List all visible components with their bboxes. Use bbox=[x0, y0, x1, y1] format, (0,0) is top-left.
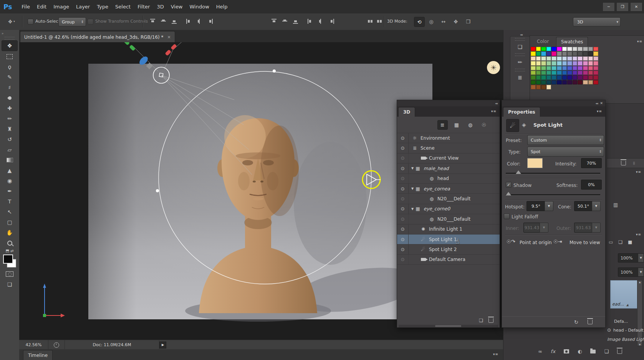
hotspot-stepper[interactable]: ▼ bbox=[545, 201, 553, 211]
swatch[interactable] bbox=[551, 71, 556, 75]
panel-collapse-icon[interactable]: ◂◂ bbox=[495, 102, 497, 105]
lock-pixels-icon[interactable]: ❏ bbox=[618, 239, 622, 245]
auto-select-checkbox[interactable] bbox=[28, 19, 33, 25]
swatch[interactable] bbox=[536, 80, 541, 84]
properties-menu-icon[interactable]: ▾≡ bbox=[597, 109, 602, 113]
swatch[interactable] bbox=[567, 80, 572, 84]
swatch[interactable] bbox=[583, 80, 588, 84]
delete-light-icon[interactable] bbox=[588, 320, 593, 324]
zoom-tool[interactable] bbox=[2, 238, 17, 248]
gradient-tool[interactable] bbox=[2, 155, 17, 165]
swatch[interactable] bbox=[546, 51, 551, 56]
type-dropdown[interactable]: Spot⇕ bbox=[527, 147, 604, 157]
swatch[interactable] bbox=[573, 47, 578, 51]
restore-button[interactable]: ❐ bbox=[616, 2, 629, 12]
swatch[interactable] bbox=[578, 61, 583, 65]
pen-tool[interactable]: ✒ bbox=[2, 186, 17, 196]
dodge-tool[interactable]: ◉ bbox=[2, 176, 17, 186]
3d-panel-hscrollbar[interactable] bbox=[399, 325, 498, 327]
blur-tool[interactable]: ▲ bbox=[2, 165, 17, 175]
menu-window[interactable]: Window bbox=[186, 4, 213, 10]
scale-3d-object-icon[interactable]: ❒ bbox=[463, 17, 473, 26]
eraser-tool[interactable]: ▱ bbox=[2, 145, 17, 155]
eyedropper-tool[interactable] bbox=[2, 93, 17, 103]
swatch[interactable] bbox=[593, 51, 598, 56]
swatch[interactable] bbox=[546, 56, 551, 61]
move-tool[interactable]: ✥ bbox=[2, 40, 18, 51]
align-left-icon[interactable] bbox=[186, 18, 192, 24]
swatch[interactable] bbox=[588, 66, 593, 70]
refresh-icon[interactable]: ↻ bbox=[574, 319, 578, 325]
mini-bridge-icon[interactable] bbox=[48, 340, 65, 350]
fill-dropdown[interactable]: 100%▼ bbox=[618, 268, 644, 277]
swatch[interactable] bbox=[531, 66, 536, 70]
3d-row-scene[interactable]: ⊙≣Scene bbox=[397, 143, 500, 153]
tool-presets-panel-icon[interactable]: ✏ bbox=[514, 57, 526, 67]
point-at-origin-icon[interactable]: ☉↷ bbox=[507, 239, 515, 244]
swatch[interactable] bbox=[583, 56, 588, 61]
swatch[interactable] bbox=[567, 51, 572, 56]
filter-materials-icon[interactable]: ◍ bbox=[465, 121, 475, 129]
swatch[interactable] bbox=[573, 71, 578, 75]
tab-swatches[interactable]: Swatches bbox=[556, 37, 588, 46]
swap-colors-icon[interactable]: ⬒ ⇄ bbox=[0, 249, 19, 253]
menu-image[interactable]: Image bbox=[50, 4, 73, 10]
3d-row-eye-cornea[interactable]: ⊙▼▦eye_cornea bbox=[397, 184, 500, 194]
swatch[interactable] bbox=[531, 51, 536, 56]
swatch[interactable] bbox=[536, 51, 541, 56]
swatch[interactable] bbox=[567, 75, 572, 79]
eye-icon[interactable]: ⊙ bbox=[397, 225, 409, 234]
swatch[interactable] bbox=[562, 56, 567, 61]
swatch[interactable] bbox=[536, 61, 541, 65]
swatch[interactable] bbox=[531, 56, 536, 61]
lasso-tool[interactable]: ϙ bbox=[2, 62, 17, 72]
swatch[interactable] bbox=[551, 56, 556, 61]
hand-tool[interactable]: ✋ bbox=[2, 228, 17, 238]
swatch[interactable] bbox=[593, 56, 598, 61]
menu-type[interactable]: Type bbox=[93, 4, 112, 10]
swatch[interactable] bbox=[536, 75, 541, 79]
swatch[interactable] bbox=[551, 66, 556, 70]
clone-stamp-tool[interactable]: ♜ bbox=[2, 124, 17, 134]
opacity-dropdown[interactable]: 100%▼ bbox=[618, 253, 644, 263]
foreground-background-colors[interactable] bbox=[3, 254, 16, 268]
softness-slider[interactable] bbox=[506, 194, 600, 196]
swatch[interactable] bbox=[557, 66, 562, 70]
timeline-tab[interactable]: Timeline bbox=[23, 350, 53, 360]
filter-whole-scene-icon[interactable]: ≣ bbox=[437, 120, 448, 130]
swatch[interactable] bbox=[541, 71, 546, 75]
swatch[interactable] bbox=[541, 75, 546, 79]
scroll-up-icon[interactable]: ▲ bbox=[626, 303, 629, 307]
lock-transparency-icon[interactable]: ▭ bbox=[609, 239, 613, 245]
3d-row-current-view[interactable]: ⊙Current View bbox=[397, 154, 500, 163]
swatch[interactable] bbox=[541, 85, 546, 89]
eye-icon[interactable]: ⊙ bbox=[397, 154, 409, 163]
show-transform-checkbox[interactable] bbox=[88, 19, 93, 25]
eye-icon[interactable]: ⊙ bbox=[397, 204, 409, 214]
swatch[interactable] bbox=[557, 71, 562, 75]
rotate-3d-object-icon[interactable]: ⟲ bbox=[414, 17, 425, 27]
intensity-field[interactable]: 70% bbox=[581, 158, 602, 168]
dist-right-icon[interactable] bbox=[329, 18, 334, 24]
swatch[interactable] bbox=[588, 75, 593, 79]
slide-3d-object-icon[interactable]: ✥ bbox=[451, 17, 461, 26]
new-item-icon[interactable]: ❏ bbox=[479, 318, 483, 323]
menu-3d[interactable]: 3D bbox=[153, 4, 167, 10]
toolbar-collapse-icon[interactable]: » bbox=[0, 30, 19, 35]
swatch[interactable] bbox=[541, 56, 546, 61]
orbit-handle-top[interactable] bbox=[273, 69, 276, 73]
expander-icon[interactable]: ▼ bbox=[410, 187, 415, 190]
menu-view[interactable]: View bbox=[167, 4, 186, 10]
menu-select[interactable]: Select bbox=[112, 4, 134, 10]
swatch[interactable] bbox=[531, 71, 536, 75]
3d-row-head[interactable]: ⊙◍head bbox=[397, 174, 500, 184]
swatch[interactable] bbox=[557, 75, 562, 79]
tab-color[interactable]: Color bbox=[532, 37, 553, 46]
swatch[interactable] bbox=[588, 56, 593, 61]
menu-edit[interactable]: Edit bbox=[33, 4, 50, 10]
shadow-checkbox[interactable]: ✓ bbox=[506, 182, 512, 188]
menu-help[interactable]: Help bbox=[213, 4, 231, 10]
filter-meshes-icon[interactable]: ▦ bbox=[452, 121, 462, 129]
eye-icon[interactable]: ⊙ bbox=[397, 174, 409, 183]
close-button[interactable]: ✕ bbox=[630, 2, 642, 12]
